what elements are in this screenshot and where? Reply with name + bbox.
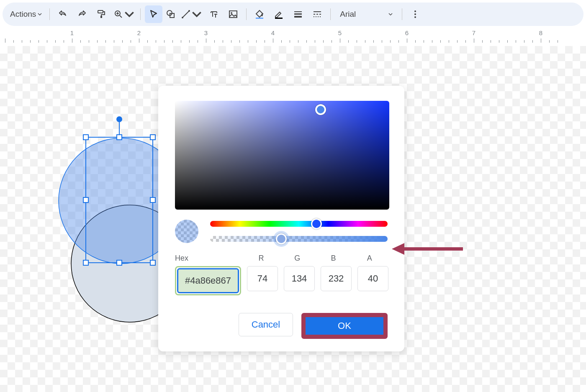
toolbar: Actions Arial: [3, 3, 583, 26]
svg-point-15: [414, 13, 416, 15]
ruler-unit: 3: [204, 29, 208, 36]
svg-rect-13: [294, 16, 302, 18]
a-input[interactable]: [357, 266, 388, 291]
ok-button[interactable]: OK: [301, 313, 388, 339]
label-hex: Hex: [175, 254, 243, 263]
paint-roller-icon: [96, 9, 106, 19]
svg-rect-10: [275, 18, 283, 19]
svg-rect-0: [98, 10, 103, 13]
ruler-unit: 2: [137, 29, 141, 36]
svg-rect-9: [256, 18, 263, 19]
fill-bucket-icon: [254, 9, 265, 19]
border-weight-button[interactable]: [289, 5, 307, 23]
svg-rect-25: [150, 197, 155, 202]
chevron-down-icon: [124, 9, 134, 19]
paint-format-button[interactable]: [93, 5, 110, 23]
ruler-unit: 4: [271, 29, 275, 36]
pen-icon: [274, 9, 284, 19]
svg-rect-24: [83, 197, 88, 202]
more-vert-icon: [410, 9, 420, 19]
svg-point-5: [182, 17, 183, 18]
hex-highlight: [175, 266, 241, 295]
b-input[interactable]: [321, 266, 352, 291]
hue-slider[interactable]: [210, 221, 388, 227]
svg-point-29: [116, 116, 122, 122]
ruler-unit: 8: [539, 29, 542, 36]
svg-rect-20: [83, 135, 88, 140]
line-weight-icon: [293, 9, 303, 19]
image-tool[interactable]: [224, 5, 242, 23]
zoom-button[interactable]: [112, 5, 136, 23]
alpha-slider[interactable]: [210, 236, 388, 242]
label-g: G: [279, 254, 315, 263]
undo-icon: [58, 9, 68, 19]
color-swatch-preview: [175, 220, 198, 243]
svg-rect-26: [117, 135, 122, 140]
cancel-button[interactable]: Cancel: [239, 313, 293, 336]
border-dash-button[interactable]: [308, 5, 326, 23]
svg-rect-12: [294, 13, 302, 15]
chevron-down-icon: [192, 9, 202, 19]
actions-menu[interactable]: Actions: [7, 7, 45, 21]
saturation-value-area[interactable]: [175, 101, 389, 210]
shape-tool[interactable]: [164, 5, 177, 23]
field-labels: Hex R G B A: [175, 254, 388, 263]
svg-rect-22: [83, 260, 88, 265]
select-tool[interactable]: [145, 5, 162, 23]
border-color-button[interactable]: [270, 5, 288, 23]
zoom-icon: [113, 9, 123, 19]
redo-icon: [77, 9, 87, 19]
actions-label: Actions: [10, 10, 36, 19]
hue-slider-thumb[interactable]: [311, 218, 322, 229]
label-r: R: [243, 254, 279, 263]
svg-rect-7: [229, 11, 237, 18]
separator: [330, 8, 331, 20]
image-icon: [228, 9, 238, 19]
svg-point-6: [188, 10, 190, 12]
cursor-icon: [149, 9, 159, 19]
shape-icon: [166, 9, 176, 19]
sv-cursor[interactable]: [315, 104, 326, 115]
svg-rect-21: [150, 135, 155, 140]
horizontal-ruler: 12345678: [0, 29, 586, 43]
font-selector[interactable]: Arial: [335, 6, 398, 22]
hex-input[interactable]: [177, 268, 239, 293]
separator: [246, 8, 247, 20]
color-picker-dialog: Hex R G B A Cancel OK: [158, 86, 404, 351]
svg-rect-23: [150, 260, 155, 265]
font-name: Arial: [340, 10, 356, 19]
svg-rect-27: [117, 260, 122, 265]
label-b: B: [315, 254, 351, 263]
ruler-unit: 5: [338, 29, 342, 36]
svg-rect-1: [100, 16, 102, 18]
ruler-unit: 1: [70, 29, 74, 36]
fill-color-button[interactable]: [251, 5, 268, 23]
separator: [140, 8, 141, 20]
label-a: A: [352, 254, 388, 263]
separator: [402, 8, 402, 20]
svg-rect-11: [294, 11, 302, 12]
chevron-down-icon: [388, 12, 393, 16]
line-icon: [181, 9, 191, 19]
redo-button[interactable]: [73, 5, 91, 23]
line-tool[interactable]: [179, 5, 203, 23]
g-input[interactable]: [284, 266, 315, 291]
svg-point-8: [231, 12, 232, 14]
alpha-slider-thumb[interactable]: [276, 233, 287, 244]
separator: [49, 8, 50, 20]
undo-button[interactable]: [54, 5, 72, 23]
ruler-unit: 6: [405, 29, 409, 36]
svg-point-14: [414, 10, 416, 12]
r-input[interactable]: [247, 266, 278, 291]
chevron-down-icon: [38, 12, 42, 16]
svg-point-16: [414, 16, 416, 18]
ruler-unit: 7: [472, 29, 475, 36]
line-dash-icon: [312, 9, 322, 19]
textbox-tool[interactable]: [205, 5, 223, 23]
more-options-button[interactable]: [406, 5, 424, 23]
text-icon: [209, 9, 219, 19]
